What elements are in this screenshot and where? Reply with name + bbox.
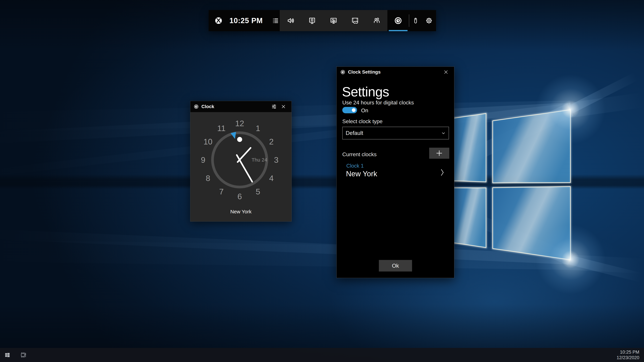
xbox-logo-icon[interactable] — [215, 17, 222, 24]
wallpaper-flare-bottom — [535, 224, 606, 295]
audio-icon — [286, 17, 294, 24]
clock-number: 12 — [235, 119, 244, 128]
clock-number: 8 — [206, 174, 210, 183]
chevron-right-icon — [440, 168, 445, 177]
start-button[interactable] — [4, 351, 11, 359]
clock-number: 10 — [204, 137, 212, 146]
chevron-down-icon — [441, 131, 448, 136]
clock-city-label: New York — [190, 209, 292, 215]
taskbar-clock[interactable]: 10:25 PM 12/23/2020 — [617, 350, 639, 361]
gamebar-clock-text: 10:25 PM — [230, 16, 263, 25]
use-24h-toggle[interactable] — [342, 107, 357, 113]
light-beam — [0, 240, 571, 270]
clock-number: 6 — [238, 192, 242, 201]
performance-widget-button[interactable] — [323, 10, 344, 31]
settings-gear-icon — [425, 17, 433, 24]
clock-widget-close-button[interactable] — [279, 102, 288, 111]
close-icon — [443, 69, 448, 75]
plus-icon — [435, 149, 443, 157]
clock-item-city: New York — [346, 170, 377, 178]
wallpaper-flare-top — [535, 74, 606, 144]
gamebar-toolbar: 10:25 PM — [209, 10, 436, 31]
clock-number: 11 — [217, 124, 226, 133]
close-icon — [281, 104, 286, 109]
light-beam — [570, 92, 644, 117]
active-widget-underline — [389, 30, 408, 31]
mouse-passthrough-button[interactable] — [409, 10, 422, 31]
clock-number: 1 — [256, 124, 260, 133]
clock-widget-settings-button[interactable] — [269, 102, 279, 111]
clock-number: 2 — [269, 137, 274, 146]
looking-for-group-widget-button[interactable] — [366, 10, 388, 31]
task-view-button[interactable] — [20, 351, 27, 359]
clock-widget-button-active[interactable] — [388, 10, 409, 31]
desktop: 10:25 PM — [0, 0, 644, 362]
gamebar-widget-section — [280, 10, 388, 31]
capture-icon — [308, 17, 316, 24]
windows-start-icon — [4, 352, 11, 358]
clock-settings-titlebar[interactable]: Clock Settings — [336, 67, 454, 77]
light-beam — [568, 72, 638, 113]
toggle-knob — [352, 108, 356, 112]
taskbar: 10:25 PM 12/23/2020 — [0, 348, 644, 362]
clock-type-dropdown[interactable]: Default — [342, 127, 449, 139]
clock-item-name: Clock 1 — [346, 163, 364, 169]
clock-date-label: Thu 24 — [252, 157, 268, 163]
mouse-icon — [412, 17, 419, 24]
clock-settings-title: Clock Settings — [348, 69, 442, 75]
wallpaper-dark-band — [0, 174, 644, 189]
audio-widget-button[interactable] — [280, 10, 301, 31]
clock-number: 5 — [256, 187, 260, 196]
analog-clock-face: 12 1 2 3 4 5 6 7 8 9 10 11 Thu 24 New Yo… — [190, 112, 292, 221]
seconds-dot — [237, 137, 242, 142]
clock-type-value: Default — [343, 130, 441, 136]
settings-heading: Settings — [342, 84, 389, 99]
widget-menu-icon[interactable] — [272, 17, 279, 24]
light-beam — [570, 255, 644, 274]
capture-widget-button[interactable] — [301, 10, 323, 31]
ok-button[interactable]: Ok — [379, 260, 412, 272]
taskbar-date: 12/23/2020 — [617, 355, 639, 361]
people-icon — [373, 17, 380, 24]
gallery-icon — [351, 17, 359, 24]
add-clock-button[interactable] — [429, 148, 449, 159]
clock-icon — [340, 69, 345, 75]
clock-number: 7 — [219, 187, 224, 196]
clock-number: 4 — [269, 174, 274, 183]
gallery-widget-button[interactable] — [344, 10, 366, 31]
clock-settings-window: Clock Settings Settings Use 24 hours for… — [336, 66, 454, 278]
gamebar-settings-button[interactable] — [422, 10, 436, 31]
clock-widget-titlebar[interactable]: Clock — [190, 101, 292, 112]
taskbar-time: 10:25 PM — [617, 350, 639, 355]
clock-icon — [194, 104, 199, 109]
clock-number: 9 — [201, 155, 206, 165]
clock-widget-window: Clock 12 1 2 3 4 5 6 7 — [190, 101, 292, 222]
task-view-icon — [20, 352, 27, 358]
use-24h-label: Use 24 hours for digital clocks — [342, 99, 414, 106]
use-24h-toggle-state: On — [361, 107, 368, 114]
sliders-icon — [271, 104, 277, 109]
clock-number: 3 — [274, 155, 278, 165]
performance-icon — [330, 17, 338, 24]
gamebar-right-section — [388, 10, 436, 31]
clock-settings-close-button[interactable] — [442, 67, 450, 77]
clock-icon — [394, 16, 402, 25]
light-beam — [0, 229, 571, 265]
clock-widget-title: Clock — [202, 104, 269, 109]
gamebar-left-section: 10:25 PM — [209, 10, 280, 31]
current-clocks-label: Current clocks — [342, 151, 377, 158]
light-beam — [569, 256, 643, 282]
clock-list-item[interactable]: Clock 1 New York — [336, 162, 454, 183]
clock-type-label: Select clock type — [342, 118, 382, 124]
